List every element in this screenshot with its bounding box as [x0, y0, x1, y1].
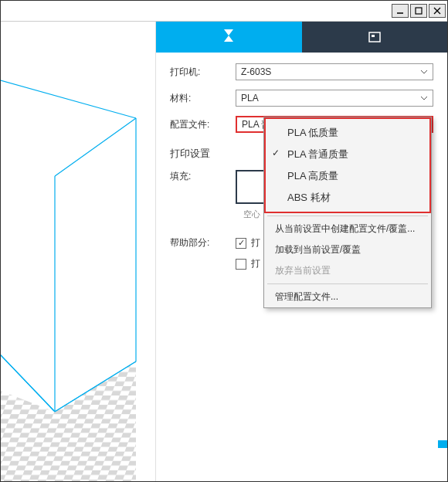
- menu-load-profile[interactable]: 加载到当前设置/覆盖: [264, 239, 431, 260]
- 3d-viewport[interactable]: [1, 22, 155, 482]
- menu-create-profile[interactable]: 从当前设置中创建配置文件/覆盖...: [264, 219, 431, 239]
- menu-separator: [267, 216, 428, 216]
- profile-options-group: PLA 低质量 PLA 普通质量 PLA 高质量 ABS 耗材: [264, 117, 431, 213]
- panel-tabs: [156, 22, 447, 53]
- profile-option-high[interactable]: PLA 高质量: [266, 165, 429, 187]
- menu-manage-profiles[interactable]: 管理配置文件...: [264, 287, 431, 307]
- svg-marker-19: [224, 36, 233, 42]
- fill-caption: 空心: [243, 209, 260, 220]
- svg-rect-1: [416, 8, 422, 14]
- fill-label: 填充:: [170, 170, 236, 183]
- window-titlebar: [1, 1, 447, 22]
- hourglass-icon: [221, 28, 236, 43]
- maximize-button[interactable]: [410, 4, 427, 18]
- help-checkbox-2[interactable]: [236, 259, 246, 270]
- help-opt1-label: 打: [251, 236, 260, 249]
- material-label: 材料:: [170, 92, 236, 105]
- close-button[interactable]: [429, 4, 446, 18]
- chevron-down-icon: [419, 66, 429, 77]
- svg-marker-18: [224, 29, 233, 36]
- printer-row: 打印机: Z-603S: [170, 63, 433, 80]
- svg-line-4: [1, 72, 136, 118]
- profile-dropdown-menu: PLA 低质量 PLA 普通质量 PLA 高质量 ABS 耗材 从当前设置中创建…: [263, 117, 432, 308]
- profile-option-low[interactable]: PLA 低质量: [266, 122, 429, 144]
- minimize-button[interactable]: [392, 4, 409, 18]
- accent-strip: [438, 440, 447, 448]
- printer-value: Z-603S: [241, 66, 271, 77]
- material-row: 材料: PLA: [170, 90, 433, 107]
- svg-line-6: [55, 118, 136, 176]
- tab-preview[interactable]: [302, 22, 448, 53]
- help-checkbox-1[interactable]: [236, 238, 246, 249]
- image-icon: [367, 29, 382, 45]
- tab-print[interactable]: [156, 22, 302, 53]
- menu-separator: [267, 283, 428, 284]
- help-opt2-label: 打: [251, 257, 260, 270]
- printer-select[interactable]: Z-603S: [236, 63, 433, 80]
- material-select[interactable]: PLA: [236, 90, 433, 107]
- help-label: 帮助部分:: [170, 236, 236, 249]
- printer-label: 打印机:: [170, 66, 236, 79]
- profile-label: 配置文件:: [170, 118, 236, 131]
- svg-marker-15: [1, 362, 136, 482]
- profile-option-abs[interactable]: ABS 耗材: [266, 187, 429, 209]
- chevron-down-icon: [419, 93, 429, 104]
- profile-option-normal[interactable]: PLA 普通质量: [266, 144, 429, 165]
- svg-rect-21: [372, 35, 375, 37]
- material-value: PLA: [241, 93, 259, 104]
- menu-discard: 放弃当前设置: [264, 260, 431, 281]
